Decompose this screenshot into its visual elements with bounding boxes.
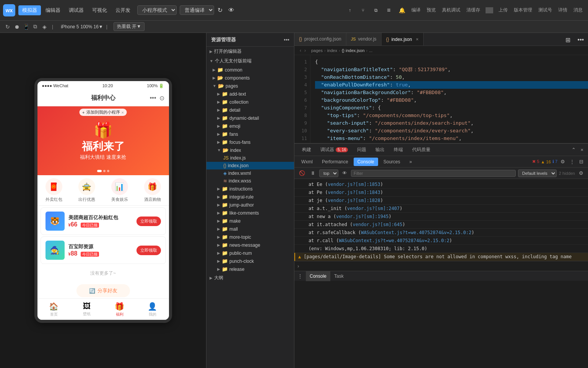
tree-item-components[interactable]: ▶ 📂 components <box>206 74 294 82</box>
settings-btn[interactable]: ◈ <box>40 22 49 31</box>
tab-code-quality[interactable]: 代码质量 <box>408 144 435 156</box>
code-area[interactable]: { "navigationBarTitleText": "QQ群：5217397… <box>310 55 588 143</box>
device-btn[interactable]: 📱 <box>21 22 31 31</box>
tree-item-index-js[interactable]: JS index.js <box>206 154 294 162</box>
tree-item-news-message[interactable]: ▶ 📁 news-message <box>206 241 294 249</box>
console-filter-input[interactable] <box>351 170 516 177</box>
nav-simulator[interactable]: 模拟器 <box>18 5 41 15</box>
bottom-nav-home[interactable]: 🏠 首页 <box>37 299 70 320</box>
split-editor-btn[interactable]: ⊞ <box>562 34 573 46</box>
sub-tab-more[interactable]: » <box>406 158 416 166</box>
tree-item-punch-clock[interactable]: ▶ 📁 punch-clock <box>206 257 294 265</box>
eye-icon[interactable]: 👁 <box>341 169 349 177</box>
link-5[interactable]: vendor.js?[sm]:645 <box>353 222 403 227</box>
link-4[interactable]: vendor.js?[sm]:1945 <box>336 214 388 219</box>
hot-reload-btn[interactable]: 热重载 开▼ <box>114 22 145 31</box>
back-btn[interactable]: ‹ <box>299 48 302 53</box>
tree-item-like-comments[interactable]: ▶ 📁 like-comments <box>206 209 294 217</box>
section-open-editors[interactable]: ▶ 打开的编辑器 <box>206 47 294 56</box>
eye-button[interactable]: 👁 <box>226 5 237 16</box>
context-select[interactable]: top <box>319 169 338 177</box>
clear-console-btn[interactable]: 🚫 <box>297 169 307 177</box>
tree-item-instructions[interactable]: ▶ 📁 instructions <box>206 185 294 193</box>
bottom-nav-welfare[interactable]: 🎁 福利 <box>103 299 136 320</box>
bell-button[interactable]: 🔔 <box>396 5 408 16</box>
breadcrumb-index[interactable]: index <box>327 48 337 53</box>
tab-debugger[interactable]: 调试器 5, 16 <box>316 144 352 156</box>
section-project[interactable]: ▼ 个人无支付版前端 <box>206 56 294 66</box>
settings-icon[interactable]: ⚙ <box>559 158 567 165</box>
tree-item-detail[interactable]: ▶ 📁 detail <box>206 106 294 114</box>
sub-tab-console[interactable]: Console <box>354 158 378 166</box>
tree-item-make[interactable]: ▶ 📁 make <box>206 217 294 225</box>
menu-button[interactable]: ≡ <box>383 5 395 16</box>
tab-build[interactable]: 构建 <box>297 144 316 156</box>
tree-item-index-wxss[interactable]: ≋ index.wxss <box>206 177 294 185</box>
link-1[interactable]: vendor.js?[sm]:1843 <box>328 190 380 195</box>
pause-btn[interactable]: ⏸ <box>309 169 317 177</box>
nav-debugger[interactable]: 调试器 <box>65 5 88 15</box>
breadcrumb-more[interactable]: ... <box>369 48 372 53</box>
icon-item-2[interactable]: 📊 美食娱乐 <box>103 178 136 202</box>
breadcrumb-pages[interactable]: pages <box>311 48 323 53</box>
icon-item-0[interactable]: 🧧 外卖红包 <box>37 178 70 202</box>
tree-item-focus-fans[interactable]: ▶ 📁 focus-fans <box>206 138 294 146</box>
nav-cloud[interactable]: 云开发 <box>112 5 134 15</box>
tree-item-fans[interactable]: ▶ 📁 fans <box>206 130 294 138</box>
console-input[interactable] <box>301 264 585 269</box>
bottom-nav-wallpaper[interactable]: 🖼 壁纸 <box>70 299 103 320</box>
compile-select[interactable]: 普通编译 <box>180 5 214 15</box>
promo-btn-0[interactable]: 立即领取 <box>136 217 161 226</box>
forward-btn[interactable]: › <box>304 48 307 53</box>
link-3[interactable]: vendor.js?[sm]:2407 <box>347 206 400 211</box>
tree-item-emoji[interactable]: ▶ 📁 emoji <box>206 122 294 130</box>
promo-btn-1[interactable]: 立即领取 <box>136 246 161 255</box>
tab-output[interactable]: 输出 <box>371 144 389 156</box>
refresh-button[interactable]: ↻ <box>214 5 226 16</box>
tree-item-pages[interactable]: ▼ 📂 pages <box>206 82 294 90</box>
link-2[interactable]: vendor.js?[sm]:1828 <box>328 198 380 203</box>
link-7[interactable]: WASubContext.js?t=we.40752874&v=2.15.0:2 <box>339 238 449 243</box>
nav-editor[interactable]: 编辑器 <box>42 5 64 15</box>
refresh-sim-btn[interactable]: ↻ <box>3 22 12 31</box>
tree-item-index-json[interactable]: {} index.json <box>206 162 294 169</box>
tree-item-jump-author[interactable]: ▶ 📁 jump-author <box>206 201 294 209</box>
copy-btn[interactable]: ⧉ <box>31 22 40 31</box>
tree-item-public-num[interactable]: ▶ 📁 public-num <box>206 249 294 257</box>
breadcrumb-file[interactable]: {} index.json <box>342 48 365 53</box>
sub-tab-performance[interactable]: Performance <box>318 158 352 166</box>
icon-item-1[interactable]: 🚖 出行优惠 <box>70 178 103 202</box>
sub-tab-wxml[interactable]: Wxml <box>297 158 317 166</box>
collapse-btn[interactable]: ⌃ <box>570 146 577 153</box>
tree-item-collection[interactable]: ▶ 📁 collection <box>206 98 294 106</box>
mode-select[interactable]: 小程序模式 <box>137 5 177 15</box>
task-tab-console[interactable]: Console <box>306 271 330 281</box>
dock-icon[interactable]: ⊟ <box>578 158 585 165</box>
tree-item-mall[interactable]: ▶ 📁 mall <box>206 225 294 233</box>
tree-item-more-topic[interactable]: ▶ 📁 more-topic <box>206 233 294 241</box>
tab-close-btn[interactable]: × <box>416 37 419 42</box>
branch-button[interactable]: ⑂ <box>357 5 369 16</box>
task-tab-task[interactable]: Task <box>330 271 348 281</box>
tab-project-config[interactable]: {} project.config.json <box>294 33 346 46</box>
share-button[interactable]: 🔄 分享好友 <box>76 284 130 297</box>
link-0[interactable]: vendor.js?[sm]:1853 <box>328 182 380 187</box>
add-miniprogram-btn[interactable]: + 添加到我的小程序 × <box>79 109 127 116</box>
tab-problems[interactable]: 问题 <box>352 144 371 156</box>
upload-button[interactable]: ↑ <box>344 5 356 16</box>
tree-item-common[interactable]: ▶ 📁 common <box>206 66 294 74</box>
more-icon[interactable]: ⋮ <box>568 158 576 165</box>
nav-visualizer[interactable]: 可视化 <box>88 5 111 15</box>
sub-tab-sources[interactable]: Sources <box>380 158 404 166</box>
close-panel-btn[interactable]: × <box>579 146 585 153</box>
icon-item-3[interactable]: 🎁 酒店购物 <box>136 178 169 202</box>
tab-terminal[interactable]: 终端 <box>389 144 408 156</box>
tree-item-add-text[interactable]: ▶ 📁 add-text <box>206 90 294 98</box>
section-outline[interactable]: ▶ 大纲 <box>206 273 294 283</box>
tree-item-index[interactable]: ▼ 📂 index <box>206 146 294 154</box>
tree-item-dynamic-detail[interactable]: ▶ 📁 dynamic-detail <box>206 114 294 122</box>
close-icon[interactable]: × <box>122 110 124 115</box>
tree-item-integral-rule[interactable]: ▶ 📁 integral-rule <box>206 193 294 201</box>
tree-item-release[interactable]: ▶ 📁 release <box>206 265 294 273</box>
tree-item-index-wxml[interactable]: ◈ index.wxml <box>206 169 294 177</box>
